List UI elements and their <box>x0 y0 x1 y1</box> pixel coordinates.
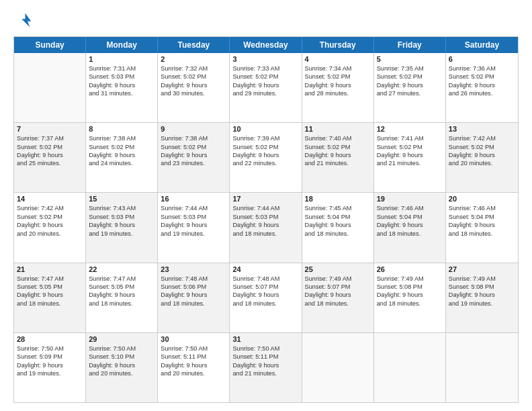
cell-line: Daylight: 9 hours <box>449 221 515 229</box>
calendar-cell: 10Sunrise: 7:39 AMSunset: 5:02 PMDayligh… <box>230 123 302 192</box>
cell-line: and 29 minutes. <box>232 89 298 97</box>
cell-line: Sunset: 5:02 PM <box>449 143 515 151</box>
day-number: 24 <box>232 265 298 273</box>
cell-line: Sunrise: 7:46 AM <box>449 204 515 212</box>
cell-line: Daylight: 9 hours <box>232 151 298 159</box>
cell-line: Sunrise: 7:48 AM <box>232 275 298 283</box>
calendar-body: 1Sunrise: 7:31 AMSunset: 5:03 PMDaylight… <box>14 53 518 402</box>
calendar-cell: 29Sunrise: 7:50 AMSunset: 5:10 PMDayligh… <box>86 333 158 402</box>
calendar-cell: 9Sunrise: 7:38 AMSunset: 5:02 PMDaylight… <box>158 123 230 192</box>
calendar-cell: 27Sunrise: 7:49 AMSunset: 5:08 PMDayligh… <box>446 263 518 332</box>
cell-line: Sunrise: 7:50 AM <box>232 345 298 353</box>
cell-line: Sunrise: 7:50 AM <box>161 345 226 353</box>
calendar-cell: 4Sunrise: 7:34 AMSunset: 5:02 PMDaylight… <box>302 53 374 122</box>
cell-line: Daylight: 9 hours <box>232 361 298 369</box>
cell-line: and 18 minutes. <box>232 300 298 308</box>
calendar-cell: 1Sunrise: 7:31 AMSunset: 5:03 PMDaylight… <box>86 53 158 122</box>
cell-line: Sunrise: 7:50 AM <box>17 345 83 353</box>
cell-line: Daylight: 9 hours <box>161 361 226 369</box>
cell-line: Sunset: 5:05 PM <box>17 283 83 291</box>
cell-line: Sunset: 5:04 PM <box>449 213 515 221</box>
cell-line: Sunset: 5:08 PM <box>377 283 443 291</box>
cell-line: Daylight: 9 hours <box>89 361 154 369</box>
cell-line: Sunset: 5:02 PM <box>17 213 83 221</box>
calendar-cell: 5Sunrise: 7:35 AMSunset: 5:02 PMDaylight… <box>374 53 446 122</box>
day-number: 11 <box>305 125 371 133</box>
cell-line: Sunset: 5:07 PM <box>232 283 298 291</box>
cell-line: Daylight: 9 hours <box>89 151 154 159</box>
cell-line: Daylight: 9 hours <box>17 151 83 159</box>
cell-line: Daylight: 9 hours <box>17 361 83 369</box>
cell-line: and 19 minutes. <box>449 300 515 308</box>
header-cell-monday: Monday <box>86 37 158 53</box>
day-number: 14 <box>17 195 83 203</box>
cell-line: and 26 minutes. <box>449 89 515 97</box>
cell-line: Sunrise: 7:50 AM <box>89 345 154 353</box>
cell-line: Sunrise: 7:35 AM <box>377 64 443 73</box>
cell-line: and 19 minutes. <box>161 230 226 238</box>
cell-line: Sunrise: 7:48 AM <box>161 275 226 283</box>
cell-line: and 23 minutes. <box>161 159 226 167</box>
calendar-cell: 12Sunrise: 7:41 AMSunset: 5:02 PMDayligh… <box>374 123 446 192</box>
cell-line: Sunrise: 7:41 AM <box>377 134 443 142</box>
cell-line: Sunset: 5:02 PM <box>17 143 83 151</box>
cell-line: Sunset: 5:03 PM <box>89 213 154 221</box>
cell-line: Sunset: 5:07 PM <box>305 283 371 291</box>
header-cell-saturday: Saturday <box>446 37 518 53</box>
calendar-cell: 20Sunrise: 7:46 AMSunset: 5:04 PMDayligh… <box>446 193 518 262</box>
cell-line: Sunrise: 7:43 AM <box>89 204 154 212</box>
cell-line: and 18 minutes. <box>305 230 371 238</box>
calendar-cell: 14Sunrise: 7:42 AMSunset: 5:02 PMDayligh… <box>14 193 86 262</box>
cell-line: Daylight: 9 hours <box>161 151 226 159</box>
cell-line: Sunrise: 7:47 AM <box>89 275 154 283</box>
cell-line: Sunrise: 7:39 AM <box>232 134 298 142</box>
cell-line: Daylight: 9 hours <box>377 291 443 299</box>
cell-line: Sunrise: 7:36 AM <box>449 64 515 73</box>
cell-line: Sunset: 5:06 PM <box>161 283 226 291</box>
calendar-cell: 28Sunrise: 7:50 AMSunset: 5:09 PMDayligh… <box>14 333 86 402</box>
cell-line: and 20 minutes. <box>161 369 226 377</box>
cell-line: Sunset: 5:02 PM <box>89 143 154 151</box>
header-cell-friday: Friday <box>374 37 446 53</box>
calendar-cell: 18Sunrise: 7:45 AMSunset: 5:04 PMDayligh… <box>302 193 374 262</box>
cell-line: Sunrise: 7:46 AM <box>377 204 443 212</box>
calendar-cell: 3Sunrise: 7:33 AMSunset: 5:02 PMDaylight… <box>230 53 302 122</box>
cell-line: Sunset: 5:03 PM <box>161 213 226 221</box>
cell-line: Sunrise: 7:47 AM <box>17 275 83 283</box>
page: SundayMondayTuesdayWednesdayThursdayFrid… <box>0 0 532 411</box>
cell-line: Sunrise: 7:42 AM <box>17 204 83 212</box>
cell-line: Sunset: 5:02 PM <box>232 143 298 151</box>
cell-line: Daylight: 9 hours <box>305 221 371 229</box>
cell-line: Sunrise: 7:34 AM <box>305 64 371 73</box>
cell-line: Daylight: 9 hours <box>449 81 515 89</box>
cell-line: Sunset: 5:09 PM <box>17 353 83 361</box>
calendar-row: 14Sunrise: 7:42 AMSunset: 5:02 PMDayligh… <box>14 192 518 262</box>
day-number: 30 <box>161 335 226 343</box>
day-number: 26 <box>377 265 443 273</box>
calendar-cell: 2Sunrise: 7:32 AMSunset: 5:02 PMDaylight… <box>158 53 230 122</box>
day-number: 2 <box>161 55 226 63</box>
cell-line: Sunset: 5:04 PM <box>305 213 371 221</box>
day-number: 7 <box>17 125 83 133</box>
calendar-row: 21Sunrise: 7:47 AMSunset: 5:05 PMDayligh… <box>14 263 518 332</box>
calendar-row: 7Sunrise: 7:37 AMSunset: 5:02 PMDaylight… <box>14 122 518 192</box>
header-cell-sunday: Sunday <box>14 37 86 53</box>
cell-line: Sunrise: 7:49 AM <box>305 275 371 283</box>
cell-line: Sunrise: 7:38 AM <box>89 134 154 142</box>
cell-line: Sunrise: 7:44 AM <box>232 204 298 212</box>
cell-line: and 20 minutes. <box>89 369 154 377</box>
cell-line: Daylight: 9 hours <box>232 221 298 229</box>
cell-line: Sunset: 5:11 PM <box>232 353 298 361</box>
cell-line: Sunset: 5:03 PM <box>232 213 298 221</box>
cell-line: Daylight: 9 hours <box>377 151 443 159</box>
day-number: 31 <box>232 335 298 343</box>
cell-line: Sunrise: 7:49 AM <box>449 275 515 283</box>
cell-line: Sunset: 5:02 PM <box>449 73 515 81</box>
cell-line: Daylight: 9 hours <box>232 291 298 299</box>
calendar-cell: 31Sunrise: 7:50 AMSunset: 5:11 PMDayligh… <box>230 333 302 402</box>
cell-line: Daylight: 9 hours <box>377 221 443 229</box>
header <box>13 11 519 30</box>
day-number: 29 <box>89 335 154 343</box>
cell-line: and 25 minutes. <box>17 159 83 167</box>
cell-line: Daylight: 9 hours <box>377 81 443 89</box>
